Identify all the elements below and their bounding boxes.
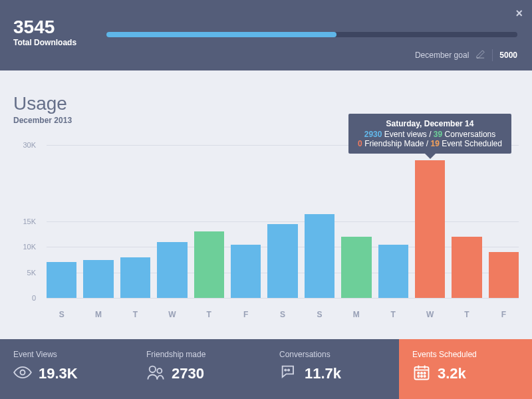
goal-value: 5000 bbox=[499, 51, 517, 60]
svg-point-8 bbox=[424, 372, 426, 374]
y-tick: 10K bbox=[23, 243, 36, 251]
x-tick: S bbox=[267, 305, 297, 325]
y-tick: 15K bbox=[23, 217, 36, 225]
y-axis: 05K10K15K30K bbox=[13, 145, 40, 298]
x-tick: T bbox=[452, 305, 481, 325]
stat-value: 2730 bbox=[172, 365, 204, 382]
stat-label: Events Scheduled bbox=[412, 350, 519, 359]
stat-value: 3.2k bbox=[438, 365, 466, 382]
x-tick: T bbox=[194, 305, 224, 325]
eye-icon bbox=[13, 363, 32, 384]
stat-label: Friendship made bbox=[146, 350, 253, 359]
calendar-icon bbox=[412, 363, 431, 384]
svg-point-6 bbox=[418, 372, 419, 374]
x-tick: T bbox=[378, 305, 408, 325]
stat-value: 19.3K bbox=[39, 365, 78, 382]
progress-bar bbox=[106, 32, 517, 37]
chat-icon bbox=[279, 363, 298, 384]
x-axis: SMTWTFSSMTWTF bbox=[47, 305, 519, 325]
chart-bar[interactable] bbox=[120, 257, 150, 298]
x-tick: S bbox=[47, 305, 76, 325]
stat-card-eye[interactable]: Event Views19.3K bbox=[0, 339, 133, 399]
x-tick: M bbox=[341, 305, 371, 325]
people-icon bbox=[146, 363, 165, 384]
chart-bar[interactable] bbox=[231, 245, 261, 299]
progress-fill bbox=[106, 32, 336, 37]
chart-bar[interactable] bbox=[378, 245, 408, 299]
chart-bar[interactable] bbox=[415, 160, 445, 298]
goal-row: December goal 5000 bbox=[415, 49, 517, 61]
tooltip-date: Saturday, December 14 bbox=[358, 119, 502, 128]
x-tick: W bbox=[415, 305, 445, 325]
x-tick: T bbox=[120, 305, 150, 325]
stat-label: Event Views bbox=[13, 350, 120, 359]
x-tick: M bbox=[83, 305, 113, 325]
stat-label: Conversations bbox=[279, 350, 386, 359]
svg-point-10 bbox=[421, 376, 422, 377]
x-tick: F bbox=[231, 305, 261, 325]
chart-bar[interactable] bbox=[83, 260, 113, 299]
svg-point-7 bbox=[421, 372, 422, 374]
chart-tooltip: Saturday, December 14 2930 Event views /… bbox=[348, 114, 511, 154]
chart-bar[interactable] bbox=[47, 262, 76, 298]
separator bbox=[492, 49, 493, 61]
downloads-label: Total Downloads bbox=[13, 38, 519, 47]
stats-footer: Event Views19.3KFriendship made2730Conve… bbox=[0, 339, 532, 399]
svg-point-1 bbox=[150, 366, 156, 372]
tooltip-friendship: 0 bbox=[358, 139, 362, 148]
chart-bar[interactable] bbox=[157, 242, 187, 298]
svg-point-4 bbox=[288, 369, 289, 370]
grid-line bbox=[47, 298, 519, 299]
chart-bar[interactable] bbox=[489, 252, 519, 298]
y-tick: 0 bbox=[32, 294, 36, 302]
usage-title: Usage bbox=[13, 93, 519, 114]
svg-point-2 bbox=[157, 368, 162, 373]
chart-bar[interactable] bbox=[452, 237, 481, 298]
edit-goal-icon[interactable] bbox=[475, 49, 485, 61]
goal-label: December goal bbox=[415, 51, 469, 60]
chart-bar[interactable] bbox=[194, 231, 224, 298]
stat-card-calendar[interactable]: Events Scheduled3.2k bbox=[399, 339, 532, 399]
tooltip-event-views: 2930 bbox=[364, 130, 382, 139]
x-tick: W bbox=[157, 305, 187, 325]
y-tick: 5K bbox=[27, 269, 36, 277]
stat-card-chat[interactable]: Conversations11.7k bbox=[266, 339, 399, 399]
header: × 3545 Total Downloads December goal 500… bbox=[0, 0, 532, 70]
x-tick: F bbox=[489, 305, 519, 325]
chart-bar[interactable] bbox=[305, 214, 334, 299]
stat-value: 11.7k bbox=[305, 365, 341, 382]
svg-point-11 bbox=[424, 376, 426, 377]
chart-bars bbox=[47, 145, 519, 298]
chart-bar[interactable] bbox=[267, 224, 297, 298]
chart-bar[interactable] bbox=[341, 237, 371, 298]
usage-chart: 05K10K15K30K SMTWTFSSMTWTF Saturday, Dec… bbox=[13, 145, 519, 325]
y-tick: 30K bbox=[23, 141, 36, 149]
svg-point-0 bbox=[21, 370, 25, 375]
stat-card-people[interactable]: Friendship made2730 bbox=[133, 339, 266, 399]
tooltip-conversations: 39 bbox=[434, 130, 442, 139]
tooltip-scheduled: 19 bbox=[431, 139, 440, 148]
x-tick: S bbox=[305, 305, 334, 325]
close-icon[interactable]: × bbox=[515, 7, 523, 21]
svg-point-9 bbox=[418, 376, 419, 377]
tooltip-line-2: 0 Friendship Made / 19 Event Scheduled bbox=[358, 139, 502, 148]
tooltip-line-1: 2930 Event views / 39 Conversations bbox=[358, 130, 502, 139]
svg-point-3 bbox=[285, 369, 286, 370]
